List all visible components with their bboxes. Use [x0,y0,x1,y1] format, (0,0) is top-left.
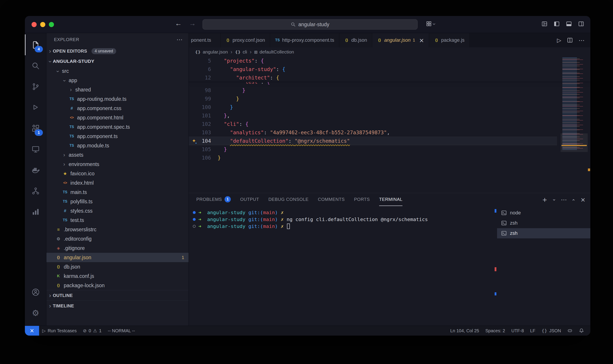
zoom-window-button[interactable] [49,22,54,27]
run-file-icon[interactable]: ▷ [557,37,561,43]
folder-app[interactable]: ›app [46,76,188,85]
terminal-output[interactable]: ➜ angular-study git:(main) ✗➜ angular-st… [189,206,494,325]
activity-docker[interactable] [25,160,46,181]
minimap-slider[interactable] [560,133,588,152]
activity-account[interactable] [25,282,46,302]
copilot-status-icon[interactable] [564,326,576,336]
panel-tab-problems[interactable]: PROBLEMS1 [196,193,231,206]
terminal-session-zsh[interactable]: zsh [497,228,590,238]
code-line-102[interactable]: 102 "cli": { [189,120,557,128]
more-actions-icon[interactable]: ⋯ [176,36,183,43]
encoding-setting[interactable]: UTF-8 [508,326,527,336]
tab-angular-json[interactable]: {}angular.json1× [372,33,429,47]
activity-kubernetes[interactable] [25,181,46,201]
terminal-session-zsh[interactable]: zsh [497,218,590,228]
indentation-setting[interactable]: Spaces: 2 [482,326,508,336]
code-line-104[interactable]: ✦104 "defaultCollection": "@ngrx/schemat… [189,137,557,145]
notifications-bell-icon[interactable] [576,326,587,336]
code-line-106[interactable]: 106} [189,154,557,162]
activity-explorer[interactable]: 4 [25,34,46,55]
terminal-scrollbar[interactable] [494,206,497,325]
code-editor[interactable]: "test": {98 }99 }100 }101 },102 "cli": {… [189,57,590,193]
project-root-section[interactable]: › ANGULAR-STUDY [46,56,188,66]
tab-proxy-conf-json[interactable]: {}proxy.conf.json [221,33,270,47]
code-line-12[interactable]: 12 "architect": { [189,74,557,82]
outline-section[interactable]: › OUTLINE [46,290,188,300]
back-button[interactable]: ← [175,20,182,27]
file-package-lock-json[interactable]: {}package-lock.json [46,281,188,290]
folder-shared[interactable]: ›shared [46,85,188,94]
code-line-103[interactable]: 103 "analytics": "4a997462-eec3-48cf-b55… [189,128,557,137]
terminal-dropdown-icon[interactable]: › [553,197,555,202]
activity-run-debug[interactable] [25,97,46,118]
activity-extensions[interactable]: 1 [25,118,46,139]
panel-more-icon[interactable]: ⋯ [561,196,567,203]
file-main-ts[interactable]: TSmain.ts [46,188,188,197]
language-mode[interactable]: {} JSON [538,326,564,336]
code-line-6[interactable]: 6 "angular-study": { [189,65,557,74]
forward-button[interactable]: → [189,20,196,27]
command-decoration-icon[interactable] [193,211,196,214]
file-app-component-ts[interactable]: TSapp.component.ts [46,132,188,141]
panel-tab-comments[interactable]: COMMENTS [318,193,345,206]
customize-layout-icon[interactable] [542,21,547,27]
tab-package-js[interactable]: {}package.js [429,33,469,47]
command-center-search[interactable]: angular-study [202,19,418,29]
toggle-primary-sidebar-icon[interactable] [554,21,560,27]
code-line-partial[interactable]: "test": { [189,82,557,86]
run-testcases-button[interactable]: ▷ Run Testcases [39,326,80,336]
file-index-html[interactable]: <>index.html [46,178,188,188]
remote-indicator[interactable] [25,326,39,336]
breadcrumb-defaultcollection[interactable]: ⊞defaultCollection [254,49,294,55]
panel-tab-terminal[interactable]: TERMINAL [379,193,402,206]
activity-settings[interactable]: ⚙ [25,302,46,323]
copilot-sparkle-icon[interactable]: ✦ [192,137,196,145]
code-line-105[interactable]: 105 } [189,145,557,154]
panel-tab-ports[interactable]: PORTS [354,193,370,206]
problems-summary[interactable]: ⊘ 0 ⚠ 1 [80,326,105,336]
activity-remote-explorer[interactable] [25,139,46,160]
folder-assets[interactable]: ›assets [46,150,188,160]
file-app-routing-module-ts[interactable]: TSapp-routing.module.ts [46,94,188,104]
open-editors-section[interactable]: › OPEN EDITORS 4 unsaved [46,46,188,56]
file-db-json[interactable]: {}db.json [46,262,188,272]
file-polyfills-ts[interactable]: TSpolyfills.ts [46,197,188,206]
tab-http-proxy-component-ts[interactable]: TShttp-proxy.component.ts [270,33,339,47]
file-browserslistrc[interactable]: ≡.browserslistrc [46,225,188,234]
code-line-101[interactable]: 101 }, [189,111,557,120]
toggle-secondary-sidebar-icon[interactable] [578,21,584,27]
profile-switcher-button[interactable]: › [426,21,435,27]
file-app-component-spec-ts[interactable]: TSapp.component.spec.ts [46,122,188,132]
vim-mode-indicator[interactable]: -- NORMAL -- [105,326,138,336]
file-favicon-ico[interactable]: ★favicon.ico [46,169,188,178]
split-editor-icon[interactable] [567,37,573,43]
activity-search[interactable] [25,55,46,76]
minimize-window-button[interactable] [40,22,45,27]
panel-tab-debug-console[interactable]: DEBUG CONSOLE [268,193,308,206]
file-app-component-html[interactable]: <>app.component.html [46,113,188,122]
breadcrumb-cli[interactable]: {}cli [235,49,247,55]
maximize-panel-icon[interactable]: › [573,197,574,202]
file-app-module-ts[interactable]: TSapp.module.ts [46,141,188,150]
close-window-button[interactable] [32,22,37,27]
command-decoration-icon[interactable] [193,225,196,228]
folder-environments[interactable]: ›environments [46,160,188,169]
file-gitignore[interactable]: ◈.gitignore [46,244,188,253]
timeline-section[interactable]: › TIMELINE [46,300,188,311]
tab-ponent-ts[interactable]: ponent.ts [189,33,221,47]
minimap[interactable] [560,57,588,193]
command-decoration-icon[interactable] [193,218,196,221]
close-tab-icon[interactable]: × [419,37,424,44]
eol-setting[interactable]: LF [527,326,538,336]
file-angular-json[interactable]: {}angular.json1 [46,253,188,262]
new-terminal-icon[interactable]: + [542,196,547,203]
code-line-100[interactable]: 100 } [189,103,557,111]
panel-tab-output[interactable]: OUTPUT [240,193,259,206]
more-editor-actions-icon[interactable]: ⋯ [579,37,585,44]
activity-source-control[interactable] [25,76,46,97]
terminal-session-node[interactable]: node [497,208,590,218]
code-line-5[interactable]: 5 "projects": { [189,57,557,65]
code-line-98[interactable]: 98 } [189,86,557,94]
file-karma-conf-js[interactable]: Kkarma.conf.js [46,272,188,281]
file-test-ts[interactable]: TStest.ts [46,216,188,225]
